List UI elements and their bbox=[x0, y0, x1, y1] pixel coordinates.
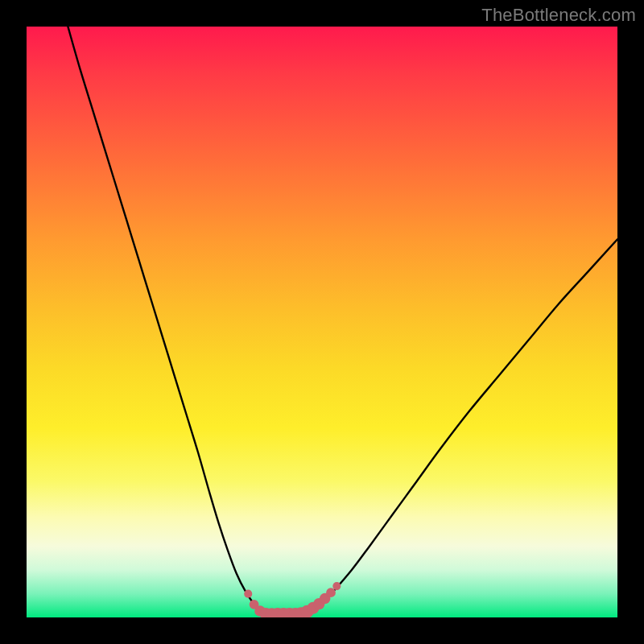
gradient-plot-area bbox=[27, 27, 617, 617]
watermark-text: TheBottleneck.com bbox=[481, 5, 636, 26]
bottleneck-curve bbox=[68, 27, 617, 614]
chart-frame: TheBottleneck.com bbox=[0, 0, 644, 644]
highlight-dot bbox=[332, 582, 341, 590]
highlight-dots bbox=[244, 582, 341, 617]
highlight-dot bbox=[326, 588, 336, 597]
highlight-dot bbox=[244, 590, 252, 598]
curve-layer bbox=[27, 27, 617, 617]
